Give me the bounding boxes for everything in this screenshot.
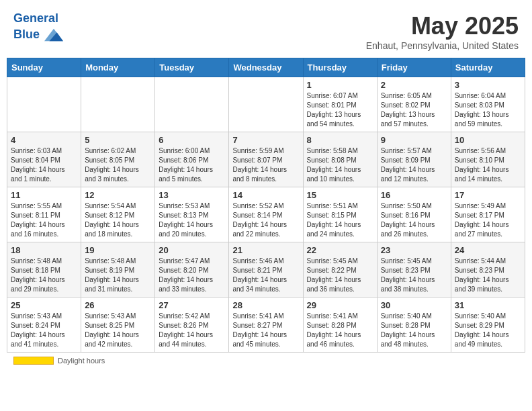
calendar-cell: 3Sunrise: 6:04 AM Sunset: 8:03 PM Daylig… (451, 77, 525, 132)
day-number: 31 (455, 300, 521, 310)
day-info: Sunrise: 6:00 AM Sunset: 8:06 PM Dayligh… (159, 146, 225, 184)
day-number: 14 (232, 190, 299, 200)
day-number: 5 (85, 135, 151, 145)
calendar-cell: 18Sunrise: 5:48 AM Sunset: 8:18 PM Dayli… (7, 242, 81, 298)
calendar-cell: 17Sunrise: 5:49 AM Sunset: 8:17 PM Dayli… (451, 187, 525, 242)
day-header-wednesday: Wednesday (229, 58, 303, 77)
month-title: May 2025 (366, 12, 519, 40)
calendar-cell: 20Sunrise: 5:47 AM Sunset: 8:20 PM Dayli… (155, 242, 229, 298)
calendar-cell: 1Sunrise: 6:07 AM Sunset: 8:01 PM Daylig… (303, 77, 377, 132)
day-number: 28 (232, 300, 299, 310)
calendar-cell (81, 77, 155, 132)
day-info: Sunrise: 5:50 AM Sunset: 8:16 PM Dayligh… (381, 201, 447, 239)
day-number: 10 (455, 135, 521, 145)
day-header-friday: Friday (377, 58, 451, 77)
day-info: Sunrise: 5:43 AM Sunset: 8:24 PM Dayligh… (11, 312, 77, 349)
calendar-cell: 24Sunrise: 5:44 AM Sunset: 8:23 PM Dayli… (451, 242, 525, 298)
day-header-monday: Monday (81, 58, 155, 77)
calendar-cell: 31Sunrise: 5:40 AM Sunset: 8:29 PM Dayli… (451, 298, 525, 353)
calendar-cell: 30Sunrise: 5:40 AM Sunset: 8:28 PM Dayli… (377, 298, 451, 353)
day-number: 18 (11, 245, 77, 255)
day-number: 21 (232, 245, 299, 255)
day-number: 27 (159, 300, 225, 310)
calendar-cell: 13Sunrise: 5:53 AM Sunset: 8:13 PM Dayli… (155, 187, 229, 242)
day-number: 4 (11, 135, 77, 145)
day-number: 11 (11, 190, 77, 200)
legend-label: Daylight hours (58, 357, 105, 365)
day-info: Sunrise: 5:46 AM Sunset: 8:21 PM Dayligh… (232, 257, 299, 294)
legend-bar (13, 357, 54, 365)
day-info: Sunrise: 5:40 AM Sunset: 8:29 PM Dayligh… (455, 312, 521, 349)
day-number: 24 (455, 245, 521, 255)
day-number: 16 (381, 190, 447, 200)
calendar-cell: 4Sunrise: 6:03 AM Sunset: 8:04 PM Daylig… (7, 132, 81, 187)
calendar-cell: 11Sunrise: 5:55 AM Sunset: 8:11 PM Dayli… (7, 187, 81, 242)
calendar-table: SundayMondayTuesdayWednesdayThursdayFrid… (7, 58, 525, 353)
calendar-cell: 2Sunrise: 6:05 AM Sunset: 8:02 PM Daylig… (377, 77, 451, 132)
day-info: Sunrise: 5:42 AM Sunset: 8:26 PM Dayligh… (159, 312, 225, 349)
day-number: 6 (159, 135, 225, 145)
day-info: Sunrise: 5:55 AM Sunset: 8:11 PM Dayligh… (11, 201, 77, 239)
day-number: 13 (159, 190, 225, 200)
calendar-cell: 26Sunrise: 5:43 AM Sunset: 8:25 PM Dayli… (81, 298, 155, 353)
logo-text: General (13, 12, 63, 26)
day-number: 7 (232, 135, 299, 145)
calendar-cell: 5Sunrise: 6:02 AM Sunset: 8:05 PM Daylig… (81, 132, 155, 187)
day-info: Sunrise: 5:40 AM Sunset: 8:28 PM Dayligh… (381, 312, 447, 349)
calendar-week-row: 25Sunrise: 5:43 AM Sunset: 8:24 PM Dayli… (7, 298, 525, 353)
logo: General Blue (13, 12, 63, 44)
day-info: Sunrise: 6:03 AM Sunset: 8:04 PM Dayligh… (11, 146, 77, 184)
footer: Daylight hours (7, 353, 525, 369)
day-number: 9 (381, 135, 447, 145)
day-number: 2 (381, 80, 447, 90)
calendar-cell: 14Sunrise: 5:52 AM Sunset: 8:14 PM Dayli… (229, 187, 303, 242)
day-number: 19 (85, 245, 151, 255)
page-header: General Blue May 2025 Enhaut, Pennsylvan… (7, 7, 525, 54)
day-header-tuesday: Tuesday (155, 58, 229, 77)
calendar-cell: 12Sunrise: 5:54 AM Sunset: 8:12 PM Dayli… (81, 187, 155, 242)
day-info: Sunrise: 5:59 AM Sunset: 8:07 PM Dayligh… (232, 146, 299, 184)
day-header-thursday: Thursday (303, 58, 377, 77)
day-info: Sunrise: 5:58 AM Sunset: 8:08 PM Dayligh… (307, 146, 373, 184)
day-info: Sunrise: 6:07 AM Sunset: 8:01 PM Dayligh… (307, 91, 373, 129)
day-info: Sunrise: 5:56 AM Sunset: 8:10 PM Dayligh… (455, 146, 521, 184)
day-info: Sunrise: 5:48 AM Sunset: 8:18 PM Dayligh… (11, 257, 77, 294)
calendar-week-row: 1Sunrise: 6:07 AM Sunset: 8:01 PM Daylig… (7, 77, 525, 132)
day-info: Sunrise: 6:04 AM Sunset: 8:03 PM Dayligh… (455, 91, 521, 129)
day-info: Sunrise: 5:43 AM Sunset: 8:25 PM Dayligh… (85, 312, 151, 349)
calendar-week-row: 18Sunrise: 5:48 AM Sunset: 8:18 PM Dayli… (7, 242, 525, 298)
day-info: Sunrise: 5:52 AM Sunset: 8:14 PM Dayligh… (232, 201, 299, 239)
calendar-cell: 27Sunrise: 5:42 AM Sunset: 8:26 PM Dayli… (155, 298, 229, 353)
calendar-cell: 29Sunrise: 5:41 AM Sunset: 8:28 PM Dayli… (303, 298, 377, 353)
calendar-cell: 19Sunrise: 5:48 AM Sunset: 8:19 PM Dayli… (81, 242, 155, 298)
calendar-cell: 23Sunrise: 5:45 AM Sunset: 8:23 PM Dayli… (377, 242, 451, 298)
calendar-cell: 15Sunrise: 5:51 AM Sunset: 8:15 PM Dayli… (303, 187, 377, 242)
calendar-cell (229, 77, 303, 132)
day-number: 22 (307, 245, 373, 255)
day-info: Sunrise: 6:05 AM Sunset: 8:02 PM Dayligh… (381, 91, 447, 129)
location-subtitle: Enhaut, Pennsylvania, United States (366, 40, 519, 51)
title-block: May 2025 Enhaut, Pennsylvania, United St… (366, 12, 519, 51)
day-info: Sunrise: 5:45 AM Sunset: 8:22 PM Dayligh… (307, 257, 373, 294)
calendar-cell: 10Sunrise: 5:56 AM Sunset: 8:10 PM Dayli… (451, 132, 525, 187)
day-info: Sunrise: 5:41 AM Sunset: 8:28 PM Dayligh… (307, 312, 373, 349)
day-number: 17 (455, 190, 521, 200)
calendar-cell: 7Sunrise: 5:59 AM Sunset: 8:07 PM Daylig… (229, 132, 303, 187)
calendar-header-row: SundayMondayTuesdayWednesdayThursdayFrid… (7, 58, 525, 77)
day-info: Sunrise: 5:45 AM Sunset: 8:23 PM Dayligh… (381, 257, 447, 294)
logo-subtext: Blue (13, 26, 63, 44)
calendar-week-row: 4Sunrise: 6:03 AM Sunset: 8:04 PM Daylig… (7, 132, 525, 187)
day-number: 8 (307, 135, 373, 145)
calendar-week-row: 11Sunrise: 5:55 AM Sunset: 8:11 PM Dayli… (7, 187, 525, 242)
calendar-cell: 16Sunrise: 5:50 AM Sunset: 8:16 PM Dayli… (377, 187, 451, 242)
day-number: 20 (159, 245, 225, 255)
day-number: 23 (381, 245, 447, 255)
day-info: Sunrise: 5:53 AM Sunset: 8:13 PM Dayligh… (159, 201, 225, 239)
calendar-cell (155, 77, 229, 132)
calendar-cell: 8Sunrise: 5:58 AM Sunset: 8:08 PM Daylig… (303, 132, 377, 187)
day-info: Sunrise: 5:49 AM Sunset: 8:17 PM Dayligh… (455, 201, 521, 239)
day-number: 25 (11, 300, 77, 310)
calendar-cell (7, 77, 81, 132)
day-number: 12 (85, 190, 151, 200)
day-info: Sunrise: 5:57 AM Sunset: 8:09 PM Dayligh… (381, 146, 447, 184)
